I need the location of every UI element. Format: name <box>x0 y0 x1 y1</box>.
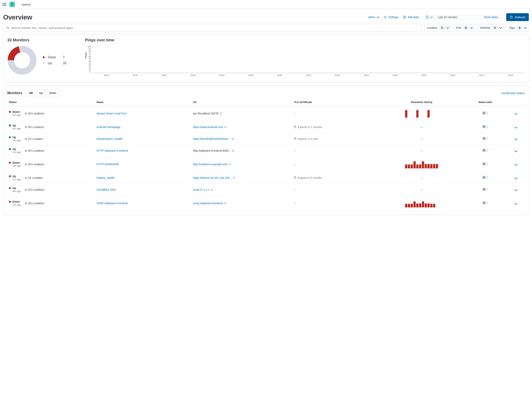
external-link-icon[interactable] <box>231 137 234 140</box>
filter-label: Port <box>456 26 461 29</box>
show-dates-link[interactable]: Show dates <box>484 16 498 19</box>
monitor-name-link[interactable]: ICMP-Opbeans-Frontend <box>96 202 127 205</box>
search-box[interactable] <box>3 24 422 32</box>
alerts-button[interactable]: Alerts <box>368 16 379 19</box>
breadcrumb[interactable]: Uptime <box>21 3 31 6</box>
space-avatar[interactable]: D <box>9 2 15 7</box>
filter-up-button[interactable]: Up <box>36 90 46 96</box>
legend-value: 26 <box>63 62 66 65</box>
status-ago: 1m ago <box>13 178 21 181</box>
monitor-name-link[interactable]: Elasticsearch_Health <box>96 137 123 140</box>
external-link-icon[interactable] <box>223 202 226 205</box>
tls-none: -- <box>294 149 296 152</box>
separator <box>18 2 18 7</box>
svg-rect-41 <box>427 203 430 207</box>
filter-scheme[interactable]: Scheme 3 <box>477 24 504 32</box>
monitor-name-link[interactable]: Always Down Local Port <box>96 112 126 115</box>
donut-chart <box>7 45 37 75</box>
monitor-url[interactable]: https://kibana.35.241.204.195... <box>193 176 232 179</box>
svg-rect-26 <box>422 161 424 168</box>
monitor-url[interactable]: https://www.android.com <box>193 125 223 129</box>
expand-row-icon[interactable] <box>514 162 518 166</box>
status-filter-group: All Up Down <box>26 90 60 96</box>
expand-row-icon[interactable] <box>514 188 518 191</box>
add-data-button[interactable]: Add data <box>403 16 419 19</box>
locations-text: in 3/3 Locations <box>25 149 44 152</box>
col-alert[interactable]: Status alert <box>463 99 507 106</box>
status-alert-toggle[interactable] <box>482 137 488 140</box>
table-row: Up 4m ago in 3/3 Locations Cloudflare DN… <box>7 184 525 196</box>
expand-row-icon[interactable] <box>514 201 518 205</box>
monitor-url[interactable]: https://f42082887b4e4520a5... <box>193 137 231 140</box>
search-input[interactable] <box>11 26 419 30</box>
downtime-sparkline <box>405 198 438 207</box>
svg-rect-42 <box>430 204 432 207</box>
table-row: Up 1m ago in 3/3 Locations HTTP-Opbeans-… <box>7 145 525 157</box>
status-text: Down <box>13 200 20 203</box>
filter-location[interactable]: Location 3 <box>424 24 451 32</box>
status-alert-toggle[interactable] <box>482 201 488 205</box>
monitor-name-link[interactable]: Kibana_Health <box>96 176 115 179</box>
lock-icon <box>294 176 296 179</box>
filter-all-button[interactable]: All <box>26 90 36 96</box>
external-link-icon[interactable] <box>231 149 234 152</box>
col-tls[interactable]: TLS Certificate <box>292 99 380 106</box>
external-link-icon[interactable] <box>210 188 213 191</box>
monitor-name-link[interactable]: HTTP-NOWHERE <box>96 163 119 166</box>
date-range-display[interactable]: Last 15 minutes Show dates <box>434 15 501 19</box>
locations-text: in 3/3 Locations <box>25 112 44 115</box>
expand-row-icon[interactable] <box>514 112 518 115</box>
status-alert-toggle[interactable] <box>482 149 488 152</box>
status-ago: 4m ago <box>13 190 21 193</box>
downtime-sparkline <box>405 108 438 118</box>
svg-rect-31 <box>436 164 438 168</box>
col-history[interactable]: Downtime history <box>380 99 463 106</box>
status-alert-toggle[interactable] <box>482 111 488 115</box>
filter-tags[interactable]: Tags 8 <box>507 24 529 32</box>
expand-row-icon[interactable] <box>514 137 518 140</box>
downtime-sparkline <box>405 159 438 168</box>
status-ago: 4m ago <box>13 113 21 116</box>
col-status[interactable]: Status <box>7 99 95 106</box>
certificates-status-link[interactable]: Certificates status <box>501 91 525 95</box>
col-url[interactable]: Url <box>191 99 292 106</box>
status-alert-toggle[interactable] <box>482 188 488 191</box>
legend-up[interactable]: Up 26 <box>43 60 66 66</box>
filter-count-badge: 8 <box>517 26 522 30</box>
monitor-url[interactable]: http://nowhere.example.com <box>193 163 228 166</box>
external-link-icon[interactable] <box>232 176 235 179</box>
expand-row-icon[interactable] <box>514 125 518 128</box>
refresh-button[interactable]: Refresh <box>506 13 529 21</box>
external-link-icon[interactable] <box>218 112 222 115</box>
lock-icon <box>294 137 296 140</box>
external-link-icon[interactable] <box>223 125 227 129</box>
monitor-name-link[interactable]: Cloudflare DNS <box>96 188 116 191</box>
legend-down[interactable]: Down 7 <box>43 54 66 60</box>
hamburger-menu-icon[interactable] <box>2 2 6 6</box>
expand-row-icon[interactable] <box>514 176 518 179</box>
monitor-url[interactable]: icmp://opbeans-frontend <box>193 202 223 205</box>
settings-button[interactable]: Settings <box>384 16 399 19</box>
status-alert-toggle[interactable] <box>482 176 488 179</box>
table-row: Up 4m ago in 3/3 Locations Android Homep… <box>7 121 525 133</box>
pings-chart: Pings over time Pings 010203040506070809… <box>85 38 525 79</box>
monitor-name-link[interactable]: Android Homepage <box>96 125 120 129</box>
tls-none: -- <box>294 188 296 191</box>
status-alert-toggle[interactable] <box>482 125 488 128</box>
monitor-name-link[interactable]: HTTP-Opbeans-Frontend <box>96 149 128 152</box>
expand-row-icon[interactable] <box>514 149 518 152</box>
filter-port[interactable]: Port 8 <box>454 24 475 32</box>
filter-count-badge: 3 <box>493 26 497 30</box>
filter-down-button[interactable]: Down <box>46 90 59 96</box>
external-link-icon[interactable] <box>228 163 231 166</box>
status-text: Up <box>13 148 16 151</box>
status-alert-toggle[interactable] <box>482 162 488 166</box>
col-name[interactable]: Name <box>95 99 191 106</box>
legend-label: Down <box>48 56 60 59</box>
status-text: Down <box>13 161 20 164</box>
filter-label: Scheme <box>480 26 490 29</box>
svg-rect-43 <box>433 204 435 207</box>
date-quick-select[interactable] <box>424 15 434 19</box>
monitor-url[interactable]: icmp://1.1.1.1 <box>193 188 210 191</box>
svg-rect-25 <box>419 164 421 168</box>
